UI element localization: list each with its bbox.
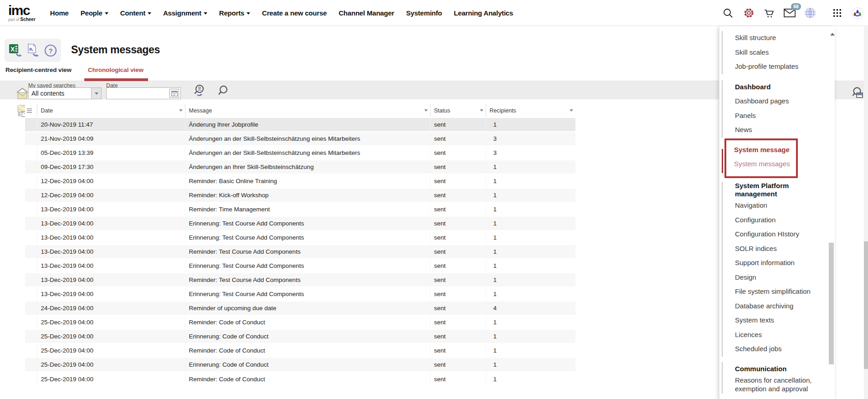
table-row[interactable]: 12-Dec-2019 04:00Reminder: Kick-off Work… [25, 188, 575, 202]
table-row[interactable]: 13-Dec-2019 04:00Erinnerung: Test Course… [25, 230, 575, 245]
nav-item-content[interactable]: Content [120, 9, 151, 17]
table-row[interactable]: 20-Nov-2019 11:47Änderung Ihrer Jobprofi… [25, 118, 575, 132]
column-filter-icon[interactable] [570, 109, 573, 112]
panel-item-job-profile-templates[interactable]: Job-profile templates [735, 60, 817, 74]
panel-item-configuration[interactable]: Configuration [735, 213, 817, 228]
nav-item-people[interactable]: People [81, 9, 108, 17]
gear-icon[interactable] [743, 7, 755, 19]
table-row[interactable]: 25-Dec-2019 04:00Reminder: Code of Condu… [25, 315, 575, 329]
cell-status: sent [430, 245, 486, 259]
calendar-icon[interactable] [169, 89, 179, 98]
panel-scrollbar-thumb[interactable] [829, 243, 834, 364]
row-handle-column[interactable] [25, 104, 37, 118]
cell-date: 24-Dec-2019 04:00 [37, 301, 185, 315]
admin-menu-panel: Skill structureSkill scalesJob-profile t… [719, 26, 835, 399]
table-row[interactable]: 09-Dec-2019 17:30Änderungen an Ihrer Ski… [25, 160, 575, 174]
panel-item-system-messages[interactable]: System messages [734, 157, 796, 172]
mail-icon[interactable]: 68 [784, 7, 796, 19]
table-row[interactable]: 13-Dec-2019 04:00Erinnerung: Test Course… [25, 216, 575, 230]
cell-date: 12-Dec-2019 04:00 [37, 174, 185, 188]
logo-subtext: part of Scheer [8, 17, 36, 22]
panel-item-design[interactable]: Design [735, 271, 817, 285]
nav-item-learning-analytics[interactable]: Learning Analytics [454, 9, 513, 17]
panel-item-reasons-for-cancellation-exemption-and-approval[interactable]: Reasons for cancellation, exemption and … [735, 376, 817, 394]
table-row[interactable]: 13-Dec-2019 04:00Erinnerung: Test Course… [25, 259, 575, 273]
row-handle [25, 132, 37, 146]
cell-message: Reminder: Test Course Add Components [185, 245, 430, 259]
cell-recipients: 1 [486, 343, 575, 358]
table-row[interactable]: 24-Dec-2019 04:00Reminder of upcoming du… [25, 301, 575, 315]
column-header-recipients[interactable]: Recipients [486, 104, 575, 118]
row-handle [25, 188, 37, 202]
panel-item-solr-indices[interactable]: SOLR indices [735, 242, 817, 256]
column-filter-icon[interactable] [480, 109, 483, 112]
search-icon[interactable] [217, 85, 229, 98]
nav-item-label: Create a new course [262, 9, 327, 17]
panel-item-dashboard-pages[interactable]: Dashboard pages [735, 94, 817, 109]
column-filter-icon[interactable] [179, 109, 183, 112]
cell-recipients: 1 [486, 358, 575, 372]
imc-logo[interactable]: imc part of Scheer [8, 4, 36, 22]
globe-icon[interactable] [804, 7, 816, 19]
panel-scroll-up-icon[interactable] [830, 33, 835, 36]
panel-item-database-archiving[interactable]: Database archiving [735, 299, 817, 314]
search-list-icon[interactable] [851, 87, 864, 101]
nav-item-reports[interactable]: Reports [219, 9, 250, 17]
nav-item-channel-manager[interactable]: Channel Manager [339, 9, 394, 17]
cell-date: 25-Dec-2019 04:00 [37, 372, 185, 386]
table-row[interactable]: 21-Nov-2019 04:09Änderungen an der Skill… [25, 132, 575, 146]
table-row[interactable]: 05-Dec-2019 13:39Änderungen an der Skill… [25, 146, 575, 160]
nav-item-systeminfo[interactable]: Systeminfo [406, 9, 442, 17]
panel-item-support-information[interactable]: Support information [735, 256, 817, 271]
cell-date: 13-Dec-2019 04:00 [37, 230, 185, 245]
panel-item-system-texts[interactable]: System texts [735, 313, 817, 328]
page-title: System messages [71, 44, 160, 56]
panel-item-news[interactable]: News [735, 123, 817, 138]
table-row[interactable]: 25-Dec-2019 04:00Reminder: Code of Condu… [25, 372, 575, 386]
panel-item-navigation[interactable]: Navigation [735, 199, 817, 213]
column-header-status[interactable]: Status [430, 104, 486, 118]
date-input[interactable] [106, 87, 181, 99]
avatar[interactable] [852, 7, 863, 19]
apps-grid-icon[interactable] [831, 7, 843, 19]
saved-searches-dropdown-button[interactable] [91, 88, 101, 99]
nav-item-home[interactable]: Home [50, 9, 69, 17]
column-filter-icon[interactable] [424, 109, 428, 112]
cart-icon[interactable] [763, 7, 775, 19]
tab-chronological-view[interactable]: Chronological view [84, 64, 148, 82]
nav-item-create-a-new-course[interactable]: Create a new course [262, 9, 327, 17]
tab-recipient-centred-view[interactable]: Recipient-centred view [5, 64, 72, 73]
table-row[interactable]: 12-Dec-2019 04:00Reminder: Basic Online … [25, 174, 575, 188]
nav-item-assignment[interactable]: Assignment [163, 9, 207, 17]
panel-item-file-system-simplification[interactable]: File system simplification [735, 285, 817, 299]
user-search-icon[interactable] [193, 84, 206, 99]
panel-item-skill-scales[interactable]: Skill scales [735, 46, 817, 60]
panel-item-panels[interactable]: Panels [735, 109, 817, 123]
panel-item-skill-structure[interactable]: Skill structure [735, 31, 817, 46]
cell-message: Reminder: Code of Conduct [185, 315, 430, 329]
table-row[interactable]: 25-Dec-2019 04:00Erinnerung: Code of Con… [25, 329, 575, 343]
table-row[interactable]: 13-Dec-2019 04:00Erinnerung: Test Course… [25, 287, 575, 301]
column-header-message[interactable]: Message [185, 104, 430, 118]
panel-item-configuration-history[interactable]: Configuration HIstory [735, 227, 817, 242]
cell-message: Erinnerung: Test Course Add Components [185, 287, 430, 301]
column-header-date[interactable]: Date [37, 104, 185, 118]
search-icon[interactable] [722, 7, 734, 19]
page-scrollbar[interactable] [864, 26, 868, 399]
table-row[interactable]: 13-Dec-2019 04:00Reminder: Test Course A… [25, 245, 575, 259]
export-excel-icon[interactable]: X [9, 43, 22, 58]
table-row[interactable]: 25-Dec-2019 04:00Reminder: Code of Condu… [25, 343, 575, 358]
table-row[interactable]: 13-Dec-2019 04:00Reminder: Time Manageme… [25, 202, 575, 216]
export-text-icon[interactable]: a, [26, 43, 40, 58]
panel-item-scheduled-jobs[interactable]: Scheduled jobs [735, 342, 817, 357]
open-envelope-icon[interactable] [15, 87, 30, 103]
table-row[interactable]: 25-Dec-2019 04:00Erinnerung: Code of Con… [25, 358, 575, 372]
cell-status: sent [430, 160, 486, 174]
row-handle [25, 358, 37, 372]
saved-searches-select[interactable]: All contents [28, 87, 102, 99]
cell-recipients: 1 [486, 216, 575, 230]
page-scrollbar-thumb[interactable] [864, 241, 868, 369]
panel-item-licences[interactable]: Licences [735, 328, 817, 343]
help-icon[interactable]: ? [44, 43, 57, 58]
table-row[interactable]: 13-Dec-2019 04:00Reminder: Test Course A… [25, 273, 575, 287]
